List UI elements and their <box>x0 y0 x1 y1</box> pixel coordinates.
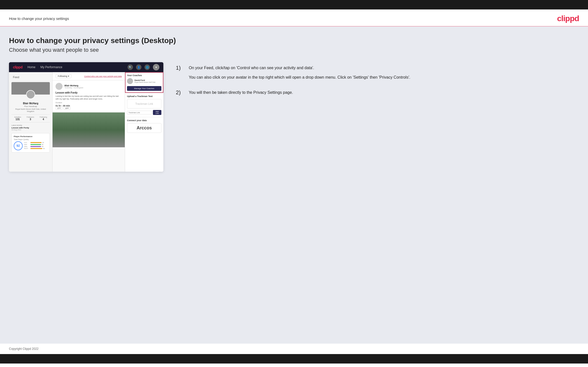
step-1-number: 1) <box>176 65 185 71</box>
player-performance-card: Player Performance Total Player Quality … <box>11 133 50 153</box>
step-1-para-1: On your Feed, click/tap on 'Control who … <box>189 65 410 71</box>
activities-label: Activities <box>14 116 21 118</box>
coaches-section: Your Coaches David Ford Royal North Devo… <box>125 72 163 93</box>
quality-label: Total Player Quality <box>14 139 48 140</box>
post-author-name: Blair McHarg <box>65 84 83 87</box>
bar-label: APP <box>24 144 30 145</box>
bar-value: 86 <box>42 146 44 147</box>
bar-row-putt: PUTT 96 <box>24 148 48 149</box>
coaches-title: Your Coaches <box>127 74 161 77</box>
steps-section: 1) On your Feed, click/tap on 'Control w… <box>176 62 579 105</box>
performance-bars: OTT 90 APP 85 ARG 86 PUTT 96 <box>24 142 48 150</box>
mockup-and-steps: clippd Home My Performance 🔍 👤 🌐 ▼ Feed <box>9 62 579 172</box>
page-header-title: How to change your privacy settings <box>9 16 69 21</box>
trackman-title: Upload a Trackman Test <box>127 95 161 98</box>
duration-label: Duration <box>56 102 122 104</box>
article-title: How to change your privacy settings (Des… <box>9 36 579 45</box>
following-label: Following <box>40 116 47 118</box>
connect-title: Connect your data <box>127 119 161 122</box>
followers-label: Followers <box>27 116 34 118</box>
duration-value: 01 hr : 30 min <box>56 105 122 107</box>
bar-row-arg: ARG 86 <box>24 146 48 147</box>
profile-banner <box>11 82 50 95</box>
page-footer <box>0 354 588 364</box>
post-body: Looking to feel like my hands are exitin… <box>56 95 122 100</box>
user-avatar-btn[interactable]: ▼ <box>153 64 159 70</box>
tag-ott: OTT <box>56 107 63 110</box>
following-button[interactable]: Following ▾ <box>56 74 71 78</box>
mockup-nav-right: 🔍 👤 🌐 ▼ <box>128 64 159 70</box>
bar-value: 85 <box>42 144 44 145</box>
trackman-input[interactable] <box>127 111 152 114</box>
add-link-button[interactable]: Add Link <box>153 110 161 115</box>
copyright-text: Copyright Clippd 2022 <box>9 347 39 351</box>
bar-fill <box>30 146 41 147</box>
step-1-text: On your Feed, click/tap on 'Control who … <box>189 65 410 80</box>
bar-label: PUTT <box>24 148 30 149</box>
mockup-container: clippd Home My Performance 🔍 👤 🌐 ▼ Feed <box>9 62 163 172</box>
feed-header: Following ▾ Control who can see your act… <box>53 72 125 80</box>
connect-section: Connect your data Arccos <box>125 117 163 135</box>
profile-name: Blair McHarg <box>11 102 50 105</box>
profile-avatar <box>26 90 35 99</box>
main-content: How to change your privacy settings (Des… <box>0 26 588 344</box>
step-2-para-1: You will then be taken directly to the P… <box>189 89 293 96</box>
arccos-label: Arccos <box>127 123 161 133</box>
page-header: How to change your privacy settings clip… <box>0 9 588 26</box>
page-sub-footer: Copyright Clippd 2022 <box>0 344 588 354</box>
coach-row: David Ford Royal North Devon Golf Club <box>127 78 161 84</box>
bar-fill <box>30 148 42 149</box>
coach-avatar <box>127 78 133 84</box>
article-subtitle: Choose what you want people to see <box>9 47 579 53</box>
mockup-right-panel: Your Coaches David Ford Royal North Devo… <box>125 72 163 172</box>
video-thumbnail <box>53 112 125 147</box>
mockup-logo: clippd <box>13 65 22 69</box>
profile-club: Royal North Devon Golf Club, United King… <box>11 108 50 112</box>
post-date: Yesterday · Sunningdale <box>65 87 83 89</box>
bar-value: 90 <box>42 142 44 143</box>
step-1-para-2: You can also click on your avatar in the… <box>189 74 410 81</box>
step-1: 1) On your Feed, click/tap on 'Control w… <box>176 65 579 80</box>
latest-activity-name: Lesson with Fordy <box>11 127 50 129</box>
mockup-nav-performance[interactable]: My Performance <box>40 65 62 69</box>
following-stat: Following 4 <box>40 116 47 121</box>
tag-app: APP <box>64 107 70 110</box>
feed-post: Blair McHarg Yesterday · Sunningdale Les… <box>53 80 125 112</box>
top-bar <box>0 0 588 9</box>
step-2-text: You will then be taken directly to the P… <box>189 89 293 96</box>
followers-value: 3 <box>27 118 34 121</box>
feed-tab[interactable]: Feed <box>11 75 50 80</box>
mockup-sidebar: Feed Blair McHarg Plus Handicap Royal No… <box>9 72 53 172</box>
control-privacy-link[interactable]: Control who can see your activity and da… <box>84 75 122 77</box>
step-2-number: 2) <box>176 89 185 96</box>
person-icon[interactable]: 👤 <box>136 64 141 70</box>
mockup-nav-home[interactable]: Home <box>27 65 35 69</box>
mockup-nav: clippd Home My Performance 🔍 👤 🌐 ▼ <box>9 62 163 72</box>
manage-coaches-button[interactable]: Manage Your Coaches <box>127 86 161 91</box>
quality-score: 92 <box>14 141 23 150</box>
quality-row: 92 OTT 90 APP 85 ARG 86 PUTT 96 <box>14 141 48 150</box>
followers-stat: Followers 3 <box>27 116 34 121</box>
bar-row-ott: OTT 90 <box>24 142 48 143</box>
profile-handicap: Plus Handicap <box>11 105 50 107</box>
bar-fill <box>30 142 42 143</box>
globe-icon[interactable]: 🌐 <box>144 64 150 70</box>
post-author-avatar <box>56 83 63 90</box>
coach-name: David Ford <box>134 79 155 81</box>
bar-value: 96 <box>43 148 45 149</box>
trackman-input-row: Add Link <box>127 110 161 115</box>
trackman-section: Upload a Trackman Test Trackman Link Add… <box>125 93 163 117</box>
search-icon[interactable]: 🔍 <box>128 64 133 70</box>
post-title: Lesson with Fordy <box>56 91 122 94</box>
mockup-feed-center: Following ▾ Control who can see your act… <box>53 72 125 172</box>
latest-label: Latest Activity <box>11 124 50 126</box>
bar-label: OTT <box>24 142 30 143</box>
step-2: 2) You will then be taken directly to th… <box>176 89 579 96</box>
post-tags: OTT APP <box>56 107 122 110</box>
player-performance-title: Player Performance <box>14 135 48 138</box>
bar-row-app: APP 85 <box>24 144 48 145</box>
trackman-link-display: Trackman Link <box>127 99 161 108</box>
activities-stat: Activities 131 <box>14 116 21 121</box>
bar-label: ARG <box>24 146 30 147</box>
clippd-logo: clippd <box>557 14 579 23</box>
